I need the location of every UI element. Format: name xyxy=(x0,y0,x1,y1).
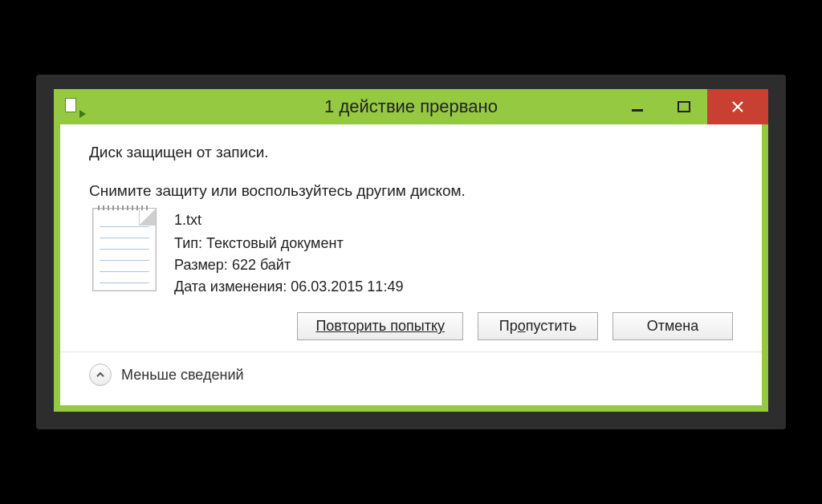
toggle-details[interactable]: Меньше сведений xyxy=(89,364,733,391)
file-type-row: Тип: Текстовый документ xyxy=(174,233,403,254)
cancel-button[interactable]: Отмена xyxy=(612,312,733,340)
text-file-icon xyxy=(92,208,157,291)
minimize-button[interactable] xyxy=(614,89,661,124)
file-name: 1.txt xyxy=(174,209,403,231)
retry-button[interactable]: Повторить попытку xyxy=(297,312,463,340)
svg-rect-0 xyxy=(632,109,643,112)
file-size-label: Размер: xyxy=(174,257,228,273)
toggle-details-label: Меньше сведений xyxy=(121,367,244,384)
chevron-up-icon xyxy=(89,364,112,386)
maximize-button[interactable] xyxy=(661,89,707,124)
file-size-value: 622 байт xyxy=(232,257,291,273)
instruction-text: Снимите защиту или воспользуйтесь другим… xyxy=(89,182,733,200)
divider xyxy=(60,352,762,352)
file-info-block: 1.txt Тип: Текстовый документ Размер: 62… xyxy=(92,208,733,298)
file-type-value: Текстовый документ xyxy=(206,235,344,251)
error-message: Диск защищен от записи. xyxy=(89,144,733,161)
cancel-button-label: Отмена xyxy=(647,318,699,334)
skip-button[interactable]: Пропустить xyxy=(478,312,598,340)
svg-rect-1 xyxy=(678,102,690,112)
file-modified-label: Дата изменения: xyxy=(174,278,287,295)
retry-button-label: Повторить попытку xyxy=(315,318,445,334)
file-type-label: Тип: xyxy=(174,235,202,251)
titlebar: 1 действие прервано xyxy=(54,89,768,124)
dialog-window: 1 действие прервано Диск защищен от запи… xyxy=(54,89,768,412)
file-modified-row: Дата изменения: 06.03.2015 11:49 xyxy=(174,276,403,298)
file-modified-value: 06.03.2015 11:49 xyxy=(291,278,403,295)
file-transfer-icon xyxy=(65,97,84,116)
file-size-row: Размер: 622 байт xyxy=(174,254,403,276)
close-button[interactable] xyxy=(707,89,768,124)
